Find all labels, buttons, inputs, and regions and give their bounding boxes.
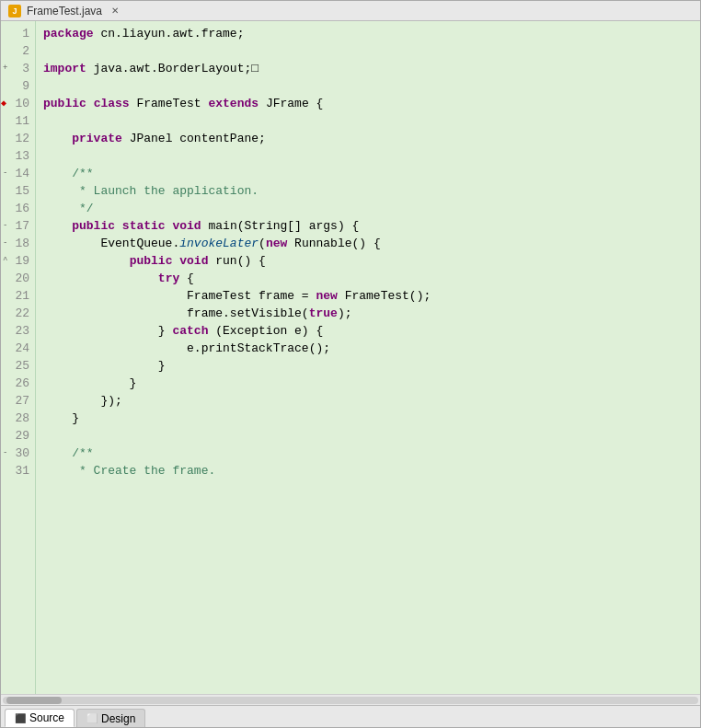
code-token: try [158,270,179,287]
scrollbar-track [3,697,698,704]
code-token [43,445,72,462]
code-line: EventQueue.invokeLater(new Runnable() { [43,235,700,252]
code-token: private [72,130,122,147]
code-line: private JPanel contentPane; [43,130,700,147]
code-token: } [43,410,79,427]
code-line: /** [43,445,700,462]
tab-design[interactable]: ⬜ Design [76,709,145,727]
fold-icon[interactable]: - [3,445,7,462]
code-token [43,217,72,235]
code-token: * Launch the application. [79,182,259,200]
code-token: /** [72,445,93,462]
line-number: -18 [1,235,35,252]
code-line: import java.awt.BorderLayout;□ [43,60,700,77]
code-line: frame.setVisible(true); [43,305,700,322]
code-line: FrameTest frame = new FrameTest(); [43,287,700,305]
line-number: 26 [1,375,35,392]
code-token: } [43,357,166,375]
source-tab-icon: ⬛ [15,713,26,723]
code-token: invokeLater [179,235,259,252]
code-token: frame.setVisible( [43,305,309,322]
line-number: 29 [1,427,35,445]
line-number: 23 [1,322,35,340]
design-tab-label: Design [101,712,135,725]
scrollbar-thumb[interactable] [6,697,62,704]
close-icon[interactable]: ✕ [111,6,119,16]
code-token: ); [338,305,352,322]
code-area: 12+39◆10111213-141516-17-18^192021222324… [1,21,700,694]
code-token: JFrame { [259,95,323,112]
code-token: Runnable() { [287,235,380,252]
code-line: */ [43,200,700,217]
code-line [43,427,700,445]
code-token: ( [259,235,266,252]
line-number: 28 [1,410,35,427]
line-number: 15 [1,182,35,200]
code-token: void [179,252,208,270]
tab-source[interactable]: ⬛ Source [5,709,75,727]
code-token [172,252,179,270]
code-token: { [179,270,194,287]
code-line: public void run() { [43,252,700,270]
code-token: extends [208,95,259,112]
code-line: package cn.liayun.awt.frame; [43,25,700,42]
code-line: e.printStackTrace(); [43,340,700,357]
code-token: /** [72,165,93,182]
code-token [43,182,79,200]
line-number: 22 [1,305,35,322]
code-token [43,165,72,182]
breakpoint-icon: ◆ [1,95,6,112]
code-token: * Create the frame. [79,462,215,480]
code-token [43,130,72,147]
code-token [115,217,122,235]
code-token [43,200,79,217]
code-token [43,462,79,480]
code-line: try { [43,270,700,287]
code-token: FrameTest(); [338,287,431,305]
line-number: 2 [1,42,35,60]
title-bar: J FrameTest.java ✕ [1,1,700,21]
code-token: EventQueue. [43,235,179,252]
code-token: } [43,322,172,340]
fold-icon[interactable]: - [3,165,7,182]
horizontal-scrollbar[interactable] [1,694,700,705]
code-line: } [43,357,700,375]
code-token: new [316,287,337,305]
code-line: } [43,375,700,392]
code-line: } [43,410,700,427]
code-token [43,270,158,287]
code-token [166,217,173,235]
code-token: public [43,95,86,112]
source-tab-label: Source [29,711,64,724]
line-number: 27 [1,392,35,410]
code-token: cn.liayun.awt.frame; [94,25,245,42]
line-number: -30 [1,445,35,462]
code-token: JPanel contentPane; [122,130,266,147]
line-number: 20 [1,270,35,287]
line-number: 12 [1,130,35,147]
line-number: 24 [1,340,35,357]
code-token: static [122,217,166,235]
fold-icon[interactable]: - [3,235,7,252]
fold-icon[interactable]: - [3,217,7,235]
code-line: }); [43,392,700,410]
code-content[interactable]: package cn.liayun.awt.frame;import java.… [36,21,700,694]
fold-icon[interactable]: + [3,60,7,77]
code-token: FrameTest [130,95,209,112]
fold-icon[interactable]: ^ [3,252,7,270]
code-token: FrameTest frame = [43,287,316,305]
line-number: 25 [1,357,35,375]
code-line [43,42,700,60]
code-token [43,252,130,270]
code-token: new [266,235,287,252]
line-number: -17 [1,217,35,235]
line-number: -14 [1,165,35,182]
code-token: class [94,95,130,112]
code-token: catch [172,322,208,340]
line-number: ^19 [1,252,35,270]
code-line: * Create the frame. [43,462,700,480]
code-token: (Exception e) { [208,322,323,340]
line-number: 9 [1,77,35,95]
code-token: }); [43,392,122,410]
code-token: java.awt.BorderLayout;□ [86,60,259,77]
